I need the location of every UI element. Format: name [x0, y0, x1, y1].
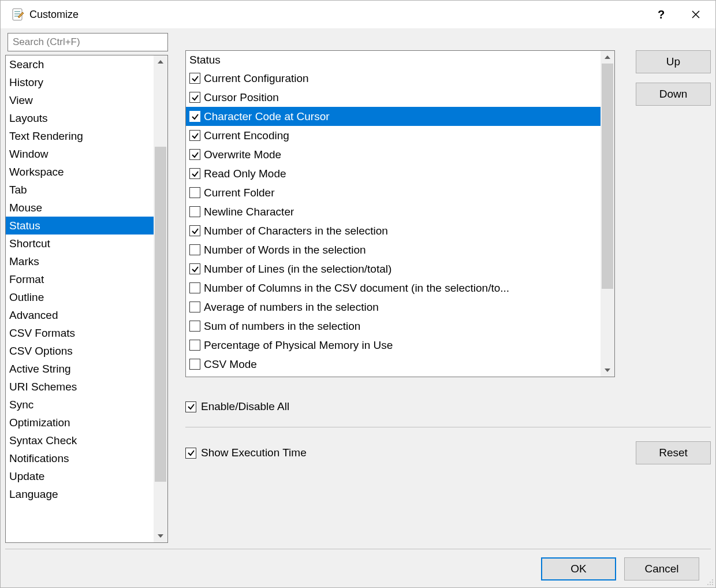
client-area: SearchHistoryViewLayoutsText RenderingWi…: [1, 28, 715, 587]
status-item-label: Overwrite Mode: [204, 148, 281, 161]
status-list-header: Status: [186, 51, 601, 69]
titlebar: Customize ?: [1, 1, 715, 28]
status-item-label: Number of Words in the selection: [204, 244, 366, 256]
status-item-label: Current Encoding: [204, 129, 289, 142]
status-item-label: Number of Columns in the CSV document (i…: [204, 282, 509, 295]
status-item[interactable]: Cursor Position: [186, 88, 601, 107]
status-item-checkbox[interactable]: [189, 168, 200, 179]
category-item[interactable]: Layouts: [6, 109, 154, 127]
category-item[interactable]: Workspace: [6, 163, 154, 181]
status-item[interactable]: Newline Character: [186, 202, 601, 221]
category-item[interactable]: Outline: [6, 288, 154, 306]
app-icon: [11, 8, 25, 21]
dialog-buttons: OK Cancel: [5, 555, 711, 583]
category-item[interactable]: Marks: [6, 252, 154, 270]
status-list-scrollbar[interactable]: [601, 51, 614, 377]
help-button[interactable]: ?: [644, 1, 678, 28]
category-item[interactable]: Shortcut: [6, 235, 154, 252]
status-item-checkbox[interactable]: [189, 92, 200, 103]
category-item[interactable]: Advanced: [6, 306, 154, 324]
bottom-separator: [5, 549, 711, 549]
category-item[interactable]: Notifications: [6, 449, 154, 467]
status-item-checkbox[interactable]: [189, 263, 200, 274]
status-item[interactable]: Number of Columns in the CSV document (i…: [186, 278, 601, 297]
category-item[interactable]: Sync: [6, 396, 154, 414]
reorder-buttons: Up Down: [636, 50, 711, 377]
category-list[interactable]: SearchHistoryViewLayoutsText RenderingWi…: [5, 55, 168, 543]
status-item-checkbox[interactable]: [189, 130, 200, 141]
status-item[interactable]: CSV Mode: [186, 355, 601, 374]
scroll-up-icon[interactable]: [601, 51, 614, 64]
category-item[interactable]: Search: [6, 55, 154, 73]
category-item[interactable]: Syntax Check: [6, 431, 154, 449]
customize-dialog: Customize ? SearchHistoryViewLayoutsText…: [0, 0, 716, 588]
category-item[interactable]: Optimization: [6, 414, 154, 431]
status-item-checkbox[interactable]: [189, 149, 200, 160]
status-item[interactable]: Number of Characters in the selection: [186, 221, 601, 240]
search-input[interactable]: [8, 33, 168, 51]
status-item[interactable]: Current Configuration: [186, 69, 601, 88]
status-item-label: Character Code at Cursor: [204, 110, 330, 123]
scroll-thumb[interactable]: [602, 64, 613, 289]
resize-grip[interactable]: [705, 577, 714, 586]
scroll-thumb[interactable]: [155, 147, 166, 482]
status-item-checkbox[interactable]: [189, 244, 200, 255]
status-items-list[interactable]: Status Current ConfigurationCursor Posit…: [185, 50, 615, 377]
close-button[interactable]: [678, 1, 713, 28]
show-exec-time-checkbox-row[interactable]: Show Execution Time: [185, 446, 307, 459]
scroll-down-icon[interactable]: [601, 364, 614, 377]
category-item[interactable]: CSV Formats: [6, 324, 154, 342]
category-item[interactable]: Text Rendering: [6, 127, 154, 145]
svg-point-8: [710, 584, 711, 585]
status-item[interactable]: Character Code at Cursor: [186, 107, 601, 126]
reset-button[interactable]: Reset: [636, 441, 711, 464]
category-item[interactable]: URI Schemes: [6, 378, 154, 396]
enable-all-checkbox-row[interactable]: Enable/Disable All: [185, 400, 711, 413]
category-item[interactable]: Window: [6, 145, 154, 163]
status-item-checkbox[interactable]: [189, 340, 200, 351]
status-item-checkbox[interactable]: [189, 282, 200, 293]
scroll-up-icon[interactable]: [154, 55, 167, 68]
status-item[interactable]: Current Encoding: [186, 126, 601, 145]
show-exec-time-checkbox[interactable]: [185, 448, 196, 459]
category-item[interactable]: Mouse: [6, 199, 154, 217]
status-item[interactable]: Number of Lines (in the selection/total): [186, 259, 601, 278]
category-item[interactable]: Active String: [6, 360, 154, 378]
status-item-checkbox[interactable]: [189, 302, 200, 312]
svg-point-4: [712, 579, 713, 580]
status-item-checkbox[interactable]: [189, 225, 200, 236]
ok-button[interactable]: OK: [541, 557, 616, 580]
status-item[interactable]: Current Folder: [186, 183, 601, 202]
status-item-checkbox[interactable]: [189, 187, 200, 198]
status-item-checkbox[interactable]: [189, 73, 200, 84]
category-item[interactable]: Update: [6, 467, 154, 485]
category-item[interactable]: Language: [6, 485, 154, 503]
status-item-checkbox[interactable]: [189, 359, 200, 370]
status-item[interactable]: Number of Words in the selection: [186, 240, 601, 259]
status-item-label: Number of Lines (in the selection/total): [204, 263, 391, 276]
status-item[interactable]: Read Only Mode: [186, 164, 601, 183]
category-item[interactable]: Format: [6, 270, 154, 288]
category-list-scrollbar[interactable]: [154, 55, 167, 542]
status-item-checkbox[interactable]: [189, 111, 200, 122]
status-item[interactable]: Percentage of Physical Memory in Use: [186, 336, 601, 355]
scroll-down-icon[interactable]: [154, 530, 167, 542]
svg-point-9: [707, 584, 708, 585]
main-row: SearchHistoryViewLayoutsText RenderingWi…: [5, 33, 711, 543]
separator: [185, 427, 711, 427]
category-item[interactable]: History: [6, 73, 154, 91]
category-item[interactable]: Tab: [6, 181, 154, 199]
status-item-label: Read Only Mode: [204, 168, 286, 180]
category-item[interactable]: View: [6, 91, 154, 109]
category-item[interactable]: CSV Options: [6, 342, 154, 360]
down-button[interactable]: Down: [636, 83, 711, 106]
status-item[interactable]: Average of numbers in the selection: [186, 297, 601, 317]
status-item[interactable]: Sum of numbers in the selection: [186, 317, 601, 336]
cancel-button[interactable]: Cancel: [624, 557, 699, 580]
category-item[interactable]: Status: [6, 217, 154, 235]
status-item-checkbox[interactable]: [189, 206, 200, 217]
enable-all-checkbox[interactable]: [185, 401, 196, 412]
up-button[interactable]: Up: [636, 50, 711, 73]
status-item-checkbox[interactable]: [189, 321, 200, 332]
status-item[interactable]: Overwrite Mode: [186, 145, 601, 164]
